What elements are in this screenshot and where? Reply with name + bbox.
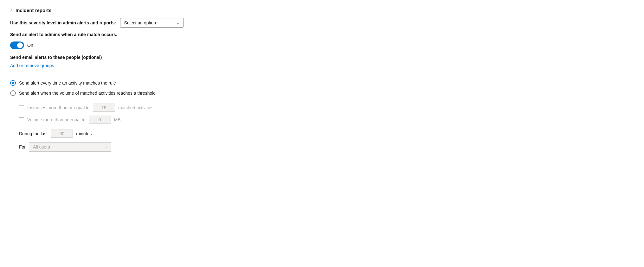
alert-toggle[interactable] (10, 41, 24, 49)
severity-dropdown[interactable]: Select an option ⌄ (120, 18, 184, 28)
volume-label: Volume more than or equal to (27, 117, 86, 122)
add-remove-groups-link[interactable]: Add or remove groups (10, 63, 54, 68)
severity-row: Use this severity level in admin alerts … (10, 18, 634, 28)
radio-label-2: Send alert when the volume of matched ac… (19, 91, 156, 96)
instances-checkbox[interactable] (19, 105, 24, 110)
for-dropdown-chevron: ⌄ (104, 145, 107, 149)
radio-btn-2[interactable] (10, 90, 16, 96)
threshold-options: Instances more than or equal to matched … (19, 104, 634, 124)
send-alert-label: Send an alert to admins when a rule matc… (10, 32, 634, 37)
radio-label-1: Send alert every time an activity matche… (19, 80, 116, 86)
for-row: For All users ⌄ (19, 142, 634, 152)
during-label: During the last (19, 131, 48, 136)
severity-dropdown-chevron: ⌄ (177, 21, 179, 25)
for-dropdown[interactable]: All users ⌄ (29, 142, 111, 152)
instances-row: Instances more than or equal to matched … (19, 104, 634, 112)
radio-group: Send alert every time an activity matche… (10, 80, 634, 124)
for-label: For (19, 144, 26, 149)
toggle-state-label: On (27, 43, 33, 48)
radio-btn-1[interactable] (10, 80, 16, 86)
volume-row: Volume more than or equal to MB (19, 116, 634, 124)
radio-option-2[interactable]: Send alert when the volume of matched ac… (10, 90, 634, 96)
volume-input[interactable] (89, 116, 111, 124)
instances-input[interactable] (93, 104, 115, 112)
section-header: ∧ Incident reports (10, 8, 634, 13)
toggle-row: On (10, 41, 634, 49)
during-unit: minutes (76, 131, 92, 136)
for-dropdown-value: All users (33, 144, 50, 149)
section-title: Incident reports (16, 8, 51, 13)
volume-unit: MB (114, 117, 121, 122)
email-alerts-label: Send email alerts to these people (optio… (10, 55, 634, 60)
volume-checkbox[interactable] (19, 117, 24, 122)
severity-label: Use this severity level in admin alerts … (10, 20, 116, 25)
during-input[interactable] (51, 130, 73, 138)
instances-label: Instances more than or equal to (27, 105, 90, 110)
during-row: During the last minutes (19, 130, 634, 138)
instances-unit: matched activities (118, 105, 153, 110)
radio-option-1[interactable]: Send alert every time an activity matche… (10, 80, 634, 86)
severity-dropdown-value: Select an option (124, 20, 156, 25)
collapse-icon[interactable]: ∧ (10, 8, 13, 13)
